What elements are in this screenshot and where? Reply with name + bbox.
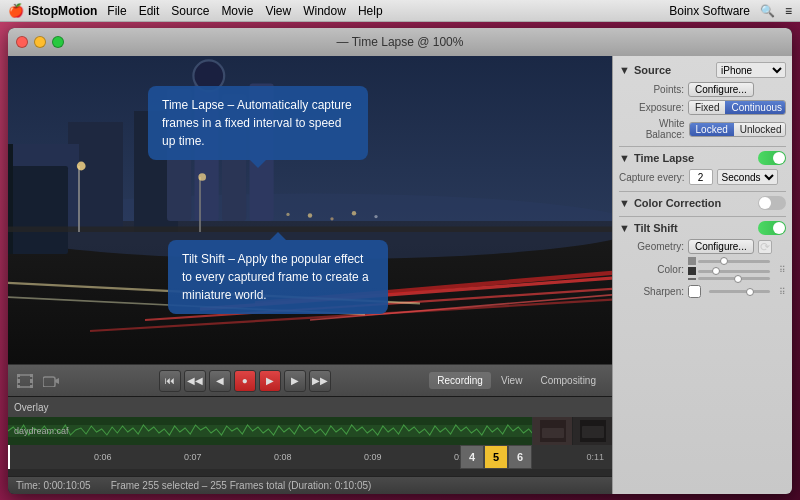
color-field-label: Color: bbox=[619, 264, 684, 275]
next-button[interactable]: ▶ bbox=[284, 370, 306, 392]
slider-track-1[interactable] bbox=[698, 260, 770, 263]
svg-point-22 bbox=[330, 217, 333, 220]
color-correction-section: ▼ Color Correction bbox=[619, 196, 786, 210]
sharpen-slider-track[interactable] bbox=[709, 290, 770, 293]
timelapse-label: Time Lapse bbox=[634, 152, 694, 164]
next-frame-button[interactable]: ▶▶ bbox=[309, 370, 331, 392]
frame-4: 4 bbox=[460, 445, 484, 469]
wb-locked[interactable]: Locked bbox=[690, 123, 734, 136]
color-correction-triangle: ▼ bbox=[619, 197, 630, 209]
search-icon[interactable]: 🔍 bbox=[760, 4, 775, 18]
tab-compositing[interactable]: Compositing bbox=[532, 372, 604, 389]
sharpen-dots: ⠿ bbox=[774, 287, 786, 297]
menu-bar: 🍎 iStopMotion File Edit Source Movie Vie… bbox=[0, 0, 800, 22]
skip-back-button[interactable]: ⏮ bbox=[159, 370, 181, 392]
color-swatch-3 bbox=[688, 278, 696, 280]
configure-points-button[interactable]: Configure... bbox=[688, 82, 754, 97]
prev-frame-button[interactable]: ◀◀ bbox=[184, 370, 206, 392]
tab-view[interactable]: View bbox=[493, 372, 531, 389]
menu-help[interactable]: Help bbox=[358, 4, 383, 18]
svg-rect-36 bbox=[30, 385, 33, 388]
menu-items: File Edit Source Movie View Window Help bbox=[107, 4, 382, 18]
capture-unit-select[interactable]: Seconds bbox=[717, 169, 778, 185]
right-panel: ▼ Source iPhone Points: Configure... Exp… bbox=[612, 56, 792, 494]
close-button[interactable] bbox=[16, 36, 28, 48]
wb-unlocked[interactable]: Unlocked bbox=[734, 123, 786, 136]
timeline-ruler: 0:06 0:07 0:08 0:09 0:10 4 5 6 0:11 bbox=[8, 445, 612, 469]
tiltshift-tooltip: Tilt Shift – Apply the popular effect to… bbox=[168, 240, 388, 314]
traffic-lights bbox=[16, 36, 64, 48]
color-slider-3 bbox=[688, 277, 770, 280]
tab-recording[interactable]: Recording bbox=[429, 372, 491, 389]
timeline-header: Overlay bbox=[8, 397, 612, 417]
source-header[interactable]: ▼ Source iPhone bbox=[619, 62, 786, 78]
tiltshift-label: Tilt Shift bbox=[634, 222, 678, 234]
svg-rect-44 bbox=[582, 426, 604, 438]
slider-thumb-3[interactable] bbox=[734, 275, 742, 283]
points-row: Points: Configure... bbox=[619, 82, 786, 97]
menu-icon[interactable]: ≡ bbox=[785, 4, 792, 18]
geometry-row: Geometry: Configure... ⟳ bbox=[619, 239, 786, 254]
slider-track-3[interactable] bbox=[698, 277, 770, 280]
separator-2 bbox=[619, 191, 786, 192]
svg-rect-34 bbox=[30, 374, 33, 377]
menu-window[interactable]: Window bbox=[303, 4, 346, 18]
color-correction-label: Color Correction bbox=[634, 197, 721, 209]
menu-movie[interactable]: Movie bbox=[221, 4, 253, 18]
slider-thumb-1[interactable] bbox=[720, 257, 728, 265]
sharpen-slider-thumb[interactable] bbox=[746, 288, 754, 296]
menu-edit[interactable]: Edit bbox=[139, 4, 160, 18]
thumb-1 bbox=[533, 417, 573, 445]
video-panel: Time Lapse – Automatically capture frame… bbox=[8, 56, 612, 494]
playhead bbox=[8, 445, 10, 469]
separator-3 bbox=[619, 216, 786, 217]
capture-value-input[interactable] bbox=[689, 169, 713, 185]
capture-row: Capture every: Seconds bbox=[619, 169, 786, 185]
configure-geometry-button[interactable]: Configure... bbox=[688, 239, 754, 254]
timelapse-section: ▼ Time Lapse Capture every: Seconds bbox=[619, 151, 786, 185]
color-slider-2 bbox=[688, 267, 770, 275]
transport-controls: ⏮ ◀◀ ◀ ● ▶ ▶ ▶▶ bbox=[68, 370, 421, 392]
ruler-mark-1: 0:06 bbox=[94, 452, 112, 462]
frame-6: 6 bbox=[508, 445, 532, 469]
timelapse-toggle[interactable] bbox=[758, 151, 786, 165]
waveform-svg bbox=[8, 417, 612, 445]
wb-row: White Balance: Locked Unlocked bbox=[619, 118, 786, 140]
status-bar: Time: 0:00:10:05 Frame 255 selected – 25… bbox=[8, 476, 612, 494]
brand-name: Boinx Software bbox=[669, 4, 750, 18]
tiltshift-toggle[interactable] bbox=[758, 221, 786, 235]
separator-1 bbox=[619, 146, 786, 147]
svg-rect-11 bbox=[8, 166, 68, 254]
frame-numbers: 4 5 6 bbox=[460, 445, 532, 469]
source-triangle: ▼ bbox=[619, 64, 630, 76]
slider-thumb-2[interactable] bbox=[712, 267, 720, 275]
slider-track-2[interactable] bbox=[698, 270, 770, 273]
color-correction-toggle[interactable] bbox=[758, 196, 786, 210]
play-button[interactable]: ▶ bbox=[259, 370, 281, 392]
sharpen-checkbox[interactable] bbox=[688, 285, 701, 298]
tiltshift-header[interactable]: ▼ Tilt Shift bbox=[619, 221, 786, 235]
menu-file[interactable]: File bbox=[107, 4, 126, 18]
source-label: Source bbox=[634, 64, 671, 76]
exposure-fixed[interactable]: Fixed bbox=[689, 101, 725, 114]
minimize-button[interactable] bbox=[34, 36, 46, 48]
filmstrip-icon bbox=[16, 372, 34, 390]
color-slider-1 bbox=[688, 257, 770, 265]
timelapse-header[interactable]: ▼ Time Lapse bbox=[619, 151, 786, 165]
maximize-button[interactable] bbox=[52, 36, 64, 48]
ruler-mark-6: 0:11 bbox=[586, 452, 604, 462]
menu-source[interactable]: Source bbox=[171, 4, 209, 18]
prev-button[interactable]: ◀ bbox=[209, 370, 231, 392]
geometry-extra-button[interactable]: ⟳ bbox=[758, 240, 772, 254]
exposure-continuous[interactable]: Continuous bbox=[725, 101, 786, 114]
record-button[interactable]: ● bbox=[234, 370, 256, 392]
waveform-track: daydream.caf bbox=[8, 417, 612, 445]
exposure-label: Exposure: bbox=[619, 102, 684, 113]
source-device-select[interactable]: iPhone bbox=[716, 62, 786, 78]
color-correction-header[interactable]: ▼ Color Correction bbox=[619, 196, 786, 210]
menu-bar-right: Boinx Software 🔍 ≡ bbox=[669, 4, 792, 18]
capture-label: Capture every: bbox=[619, 172, 685, 183]
menu-view[interactable]: View bbox=[265, 4, 291, 18]
svg-point-21 bbox=[308, 213, 312, 217]
svg-rect-32 bbox=[17, 379, 20, 383]
